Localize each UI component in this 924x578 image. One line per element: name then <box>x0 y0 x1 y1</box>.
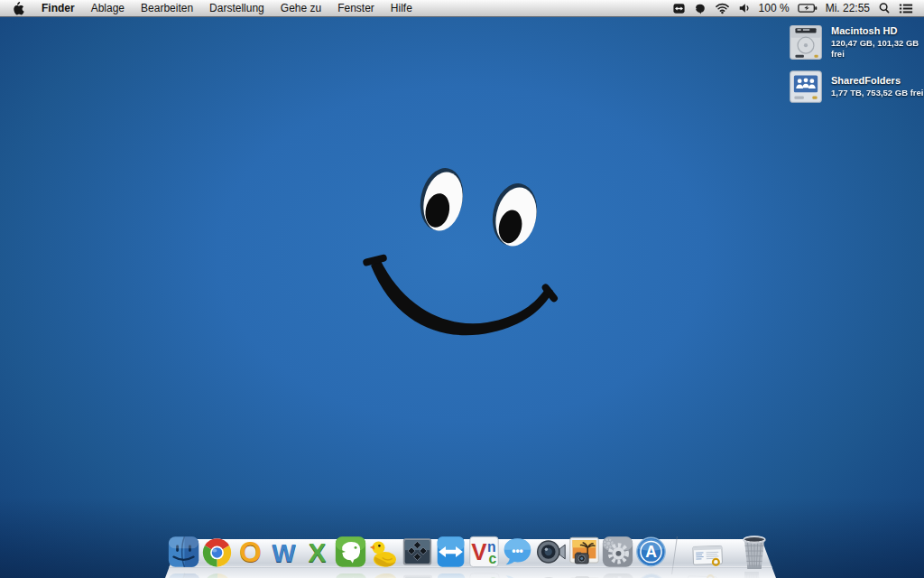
volume-label: Macintosh HD <box>831 25 924 38</box>
wifi-icon[interactable] <box>715 0 730 16</box>
evernote-status-icon[interactable] <box>694 0 707 16</box>
dock-minimized-window[interactable] <box>686 531 731 571</box>
wallpaper-smiley <box>0 0 924 578</box>
dock-word[interactable]: W W W W <box>267 531 300 571</box>
svg-text:c: c <box>488 551 496 566</box>
volume-details: 1,77 TB, 753,52 GB frei <box>831 88 923 98</box>
dock-excel[interactable]: X X X X <box>300 531 334 571</box>
dock-teamviewer[interactable] <box>434 531 467 571</box>
dock-remote-desktop[interactable] <box>401 531 434 571</box>
dock-separator <box>668 535 680 571</box>
menu-fenster[interactable]: Fenster <box>329 0 383 16</box>
svg-text:W: W <box>272 539 296 567</box>
dock-finder[interactable] <box>167 531 200 571</box>
dock-chrome[interactable] <box>200 531 234 571</box>
dock-facetime[interactable] <box>534 531 568 571</box>
apple-logo-icon <box>13 2 24 15</box>
volume-details: 120,47 GB, 101,32 GB frei <box>831 38 924 60</box>
volume-icon[interactable] <box>738 0 751 16</box>
menu-bar: Finder Ablage Bearbeiten Darstellung Geh… <box>0 0 924 17</box>
menu-ablage[interactable]: Ablage <box>83 0 133 16</box>
dock-app-store[interactable]: A A <box>634 531 668 571</box>
teamviewer-status-icon[interactable] <box>672 0 686 16</box>
internal-hard-drive-icon <box>787 23 825 61</box>
battery-charging-icon[interactable] <box>798 0 818 16</box>
dock-iphoto[interactable] <box>568 531 601 571</box>
svg-text:•••: ••• <box>512 545 523 557</box>
menu-bearbeiten[interactable]: Bearbeiten <box>133 0 201 16</box>
dock-trash[interactable] <box>735 531 774 571</box>
dock-system-preferences[interactable] <box>601 531 634 571</box>
dock-messages[interactable]: ••• ••• <box>501 531 534 571</box>
volume-macintosh-hd[interactable]: Macintosh HD 120,47 GB, 101,32 GB frei <box>787 23 924 61</box>
svg-text:A: A <box>645 543 657 561</box>
svg-text:X: X <box>309 537 327 567</box>
menu-finder[interactable]: Finder <box>33 0 83 16</box>
desktop-volumes: Macintosh HD 120,47 GB, 101,32 GB frei S… <box>787 23 924 112</box>
dock-evernote[interactable] <box>334 531 367 571</box>
menu-darstellung[interactable]: Darstellung <box>201 0 273 16</box>
menu-gehe-zu[interactable]: Gehe zu <box>273 0 329 16</box>
volume-sharedfolders[interactable]: SharedFolders 1,77 TB, 753,52 GB frei <box>787 68 924 106</box>
dock-cyberduck[interactable] <box>367 531 401 571</box>
menu-hilfe[interactable]: Hilfe <box>383 0 420 16</box>
svg-text:O: O <box>239 536 261 568</box>
spotlight-icon[interactable] <box>878 0 891 16</box>
notification-center-icon[interactable] <box>899 0 913 16</box>
svg-text:V: V <box>471 539 487 564</box>
network-shared-volume-icon <box>787 68 825 106</box>
clock[interactable]: Mi. 22:55 <box>826 0 870 16</box>
apple-menu[interactable] <box>0 0 33 16</box>
desktop-screen: Finder Ablage Bearbeiten Darstellung Geh… <box>0 0 924 578</box>
volume-label: SharedFolders <box>831 75 923 88</box>
battery-percent: 100 % <box>759 0 790 16</box>
dock-vnc[interactable]: V n c V n c <box>467 531 501 571</box>
dock-outlook[interactable]: O O O O <box>234 531 267 571</box>
dock: O O O O W W W W X X <box>165 539 776 578</box>
